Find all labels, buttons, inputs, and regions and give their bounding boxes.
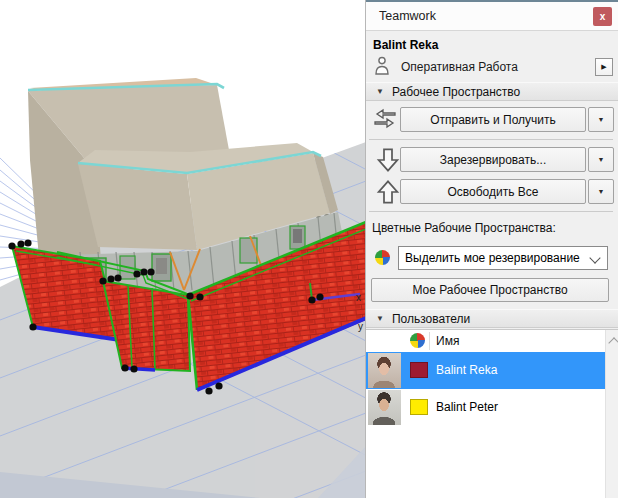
- release-arrow-icon: [376, 180, 400, 204]
- 3d-scene: x y: [0, 0, 366, 498]
- users-list-header: Имя: [366, 330, 613, 353]
- 3d-viewport[interactable]: x y: [0, 0, 366, 498]
- name-column-header: Имя: [436, 334, 459, 348]
- user-row-balint-peter[interactable]: Balint Peter: [366, 389, 613, 426]
- reserve-arrow-icon: [376, 148, 400, 172]
- users-list-scrollbar[interactable]: [605, 330, 618, 498]
- reserve-row: Зарезервировать... ▼: [366, 147, 618, 172]
- section-workspace-label: Рабочее Пространство: [392, 85, 520, 99]
- colored-workspaces-icon: [375, 250, 390, 265]
- user-color-swatch: [410, 362, 428, 378]
- user-avatar: [368, 353, 401, 388]
- highlight-combo-row: Выделить мое резервирование: [366, 246, 618, 271]
- axis-y-label: y: [358, 321, 363, 332]
- section-workspace[interactable]: ▼ Рабочее Пространство: [366, 82, 618, 101]
- mode-flyout-button[interactable]: ▶: [595, 58, 613, 76]
- palette-titlebar[interactable]: Teamwork x: [366, 2, 618, 31]
- colored-workspaces-label: Цветные Рабочие Пространства:: [372, 221, 556, 235]
- collapse-triangle-icon: ▼: [376, 87, 384, 96]
- teamwork-mode-row: Оперативная Работа ▶: [366, 56, 618, 78]
- current-user-name: Balint Reka: [373, 38, 438, 52]
- reserve-dropdown[interactable]: ▼: [588, 147, 614, 172]
- chevron-down-icon: [589, 252, 600, 263]
- scroll-up-icon[interactable]: [608, 337, 618, 348]
- column-separator: [429, 332, 430, 350]
- user-avatar: [368, 390, 401, 425]
- teamwork-palette: Teamwork x Balint Reka Оперативная Работ…: [365, 0, 618, 498]
- send-receive-button[interactable]: Отправить и Получить: [400, 107, 586, 132]
- user-color-swatch: [410, 399, 428, 415]
- separator: [369, 211, 613, 212]
- send-receive-icon: [373, 108, 397, 130]
- section-users[interactable]: ▼ Пользователи: [366, 309, 618, 328]
- axis-x-label: x: [356, 292, 361, 303]
- palette-title: Teamwork: [379, 9, 436, 23]
- release-row: Освободить Все ▼: [366, 179, 618, 204]
- color-column-icon: [410, 333, 425, 348]
- user-icon: [374, 56, 390, 76]
- my-workspace-button[interactable]: Мое Рабочее Пространство: [371, 278, 609, 302]
- send-receive-row: Отправить и Получить ▼: [366, 107, 618, 132]
- separator: [369, 139, 613, 140]
- reserve-button[interactable]: Зарезервировать...: [400, 147, 586, 172]
- users-list: Имя Balint Reka Balint Peter: [366, 329, 618, 498]
- release-all-button[interactable]: Освободить Все: [400, 179, 586, 204]
- archicad-window: x y Teamwork x Balint Reka: [0, 0, 618, 498]
- user-name: Balint Peter: [436, 400, 498, 414]
- close-button[interactable]: x: [593, 7, 612, 26]
- collapse-triangle-icon: ▼: [376, 314, 384, 323]
- highlight-combobox[interactable]: Выделить мое резервирование: [398, 246, 608, 270]
- section-users-label: Пользователи: [392, 312, 470, 326]
- mode-label: Оперативная Работа: [401, 60, 518, 74]
- send-receive-dropdown[interactable]: ▼: [588, 107, 614, 132]
- user-row-balint-reka[interactable]: Balint Reka: [366, 352, 613, 389]
- release-all-dropdown[interactable]: ▼: [588, 179, 614, 204]
- highlight-combobox-value: Выделить мое резервирование: [405, 251, 580, 265]
- user-name: Balint Reka: [436, 363, 497, 377]
